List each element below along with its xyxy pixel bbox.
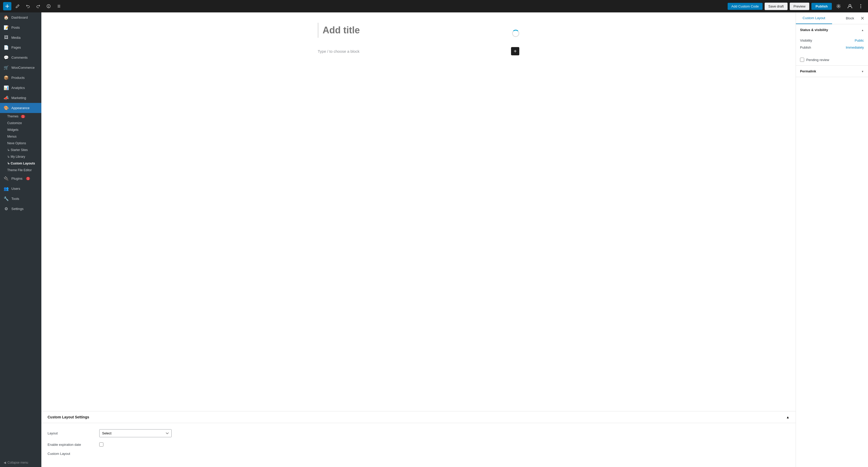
comments-icon: 💬 bbox=[4, 55, 9, 60]
permalink-chevron bbox=[861, 69, 864, 73]
sidebar-item-marketing[interactable]: 📣 Marketing bbox=[0, 93, 41, 103]
status-visibility-header[interactable]: Status & visibility bbox=[796, 24, 868, 35]
pending-review-checkbox[interactable] bbox=[800, 58, 804, 62]
settings-icon: ⚙ bbox=[4, 206, 9, 211]
title-input[interactable] bbox=[318, 23, 519, 38]
visibility-label: Visibility bbox=[800, 38, 812, 42]
status-visibility-title: Status & visibility bbox=[800, 28, 828, 32]
sidebar-sub-neve-options[interactable]: Neve Options bbox=[0, 140, 41, 147]
redo-button[interactable] bbox=[34, 2, 42, 10]
sidebar-sub-theme-file-editor[interactable]: Theme File Editor bbox=[0, 167, 41, 174]
settings-button[interactable] bbox=[834, 2, 843, 11]
sidebar-item-media[interactable]: 🖼 Media bbox=[0, 33, 41, 42]
sidebar-sub-widgets[interactable]: Widgets bbox=[0, 126, 41, 133]
edit-button[interactable] bbox=[13, 2, 22, 10]
pages-icon: 📄 bbox=[4, 45, 9, 50]
sidebar-item-dashboard[interactable]: 🏠 Dashboard bbox=[0, 12, 41, 23]
tools-icon: 🔧 bbox=[4, 196, 9, 201]
sidebar: 🏠 Dashboard 📝 Posts 🖼 Media 📄 Pages 💬 Co… bbox=[0, 12, 41, 467]
info-button[interactable] bbox=[44, 2, 53, 10]
products-icon: 📦 bbox=[4, 75, 9, 80]
undo-button[interactable] bbox=[24, 2, 32, 10]
appearance-icon: 🎨 bbox=[4, 106, 9, 110]
layout-row: Layout Select Hook Sidebar Page Header N… bbox=[48, 429, 789, 437]
sidebar-item-plugins[interactable]: 🔌 Plugins 1 bbox=[0, 174, 41, 183]
marketing-icon: 📣 bbox=[4, 95, 9, 100]
sidebar-item-posts[interactable]: 📝 Posts bbox=[0, 23, 41, 33]
user-button[interactable] bbox=[845, 2, 855, 11]
list-view-button[interactable] bbox=[55, 2, 63, 10]
media-icon: 🖼 bbox=[4, 35, 9, 40]
visibility-row: Visibility Public bbox=[800, 38, 864, 42]
permalink-title: Permalink bbox=[800, 69, 816, 73]
woocommerce-icon: 🛒 bbox=[4, 65, 9, 70]
collapse-menu-button[interactable]: ◀ Collapse menu bbox=[0, 458, 41, 467]
sidebar-sub-starter-sites[interactable]: ↳ Starter Sites bbox=[0, 147, 41, 153]
sidebar-item-woocommerce[interactable]: 🛒 WooCommerce bbox=[0, 63, 41, 72]
toolbar-right: Add Custom Code Save draft Preview Publi… bbox=[727, 2, 865, 11]
main-layout: 🏠 Dashboard 📝 Posts 🖼 Media 📄 Pages 💬 Co… bbox=[0, 12, 868, 467]
sidebar-item-settings[interactable]: ⚙ Settings bbox=[0, 204, 41, 214]
layout-control: Select Hook Sidebar Page Header Not Foun… bbox=[99, 429, 789, 437]
pending-review-row: Pending review bbox=[796, 56, 868, 65]
settings-panel-chevron: ▲ bbox=[786, 415, 789, 419]
publish-value[interactable]: Immediately bbox=[846, 46, 864, 49]
right-panel-close-button[interactable]: ✕ bbox=[859, 15, 866, 22]
svg-point-1 bbox=[838, 6, 839, 7]
permalink-section: Permalink bbox=[796, 66, 868, 77]
svg-point-3 bbox=[861, 4, 861, 5]
sidebar-sub-custom-layouts[interactable]: ↳ Custom Layouts bbox=[0, 160, 41, 167]
sidebar-sub-themes[interactable]: Themes 1 bbox=[0, 113, 41, 120]
canvas: Type / to choose a block + bbox=[302, 12, 535, 411]
expiration-row: Enable expiration date bbox=[48, 442, 789, 446]
sidebar-item-products[interactable]: 📦 Products bbox=[0, 72, 41, 83]
settings-panel-title: Custom Layout Settings bbox=[48, 415, 89, 419]
add-custom-code-button[interactable]: Add Custom Code bbox=[727, 3, 762, 10]
visibility-value[interactable]: Public bbox=[855, 38, 864, 42]
save-draft-button[interactable]: Save draft bbox=[765, 3, 787, 10]
block-placeholder-text: Type / to choose a block bbox=[318, 49, 360, 54]
plugins-icon: 🔌 bbox=[4, 176, 9, 181]
sidebar-sub-menus[interactable]: Menus bbox=[0, 133, 41, 140]
publish-button[interactable]: Publish bbox=[811, 3, 832, 10]
tab-custom-layout[interactable]: Custom Layout bbox=[796, 12, 832, 24]
block-area: Type / to choose a block + bbox=[318, 44, 519, 58]
more-options-button[interactable] bbox=[857, 2, 865, 10]
right-panel-tabs: Custom Layout Block ✕ bbox=[796, 12, 868, 24]
svg-point-5 bbox=[861, 7, 861, 8]
pending-review-label: Pending review bbox=[806, 58, 829, 62]
sidebar-item-analytics[interactable]: 📊 Analytics bbox=[0, 83, 41, 93]
users-icon: 👥 bbox=[4, 186, 9, 191]
sidebar-item-comments[interactable]: 💬 Comments bbox=[0, 53, 41, 63]
custom-layout-row: Custom Layout bbox=[48, 452, 789, 456]
analytics-icon: 📊 bbox=[4, 85, 9, 90]
status-visibility-chevron bbox=[861, 28, 864, 32]
add-block-inline-button[interactable]: + bbox=[511, 47, 519, 55]
sidebar-item-tools[interactable]: 🔧 Tools bbox=[0, 194, 41, 204]
settings-body: Layout Select Hook Sidebar Page Header N… bbox=[41, 423, 796, 467]
canvas-wrapper: Type / to choose a block + bbox=[41, 12, 796, 411]
sidebar-item-users[interactable]: 👥 Users bbox=[0, 183, 41, 194]
publish-label: Publish bbox=[800, 46, 811, 49]
layout-select[interactable]: Select Hook Sidebar Page Header Not Foun… bbox=[99, 429, 172, 437]
toolbar: Add Custom Code Save draft Preview Publi… bbox=[0, 0, 868, 12]
sidebar-sub-customize[interactable]: Customize bbox=[0, 120, 41, 126]
expiration-checkbox[interactable] bbox=[99, 442, 103, 446]
publish-row: Publish Immediately bbox=[800, 46, 864, 49]
permalink-header[interactable]: Permalink bbox=[796, 66, 868, 77]
dashboard-icon: 🏠 bbox=[4, 15, 9, 20]
custom-layout-label: Custom Layout bbox=[48, 452, 99, 456]
add-block-button[interactable] bbox=[3, 2, 11, 10]
sidebar-item-pages[interactable]: 📄 Pages bbox=[0, 42, 41, 53]
posts-icon: 📝 bbox=[4, 25, 9, 30]
settings-panel: Custom Layout Settings ▲ Layout Select H… bbox=[41, 411, 796, 467]
sidebar-sub-my-library[interactable]: ↳ My Library bbox=[0, 153, 41, 160]
svg-point-4 bbox=[861, 6, 861, 7]
settings-panel-header[interactable]: Custom Layout Settings ▲ bbox=[41, 411, 796, 423]
preview-button[interactable]: Preview bbox=[790, 3, 809, 10]
loading-spinner bbox=[512, 30, 519, 37]
editor-area: Type / to choose a block + Custom Layout… bbox=[41, 12, 796, 467]
expiration-label: Enable expiration date bbox=[48, 443, 99, 446]
sidebar-item-appearance[interactable]: 🎨 Appearance bbox=[0, 103, 41, 113]
layout-label: Layout bbox=[48, 431, 99, 435]
